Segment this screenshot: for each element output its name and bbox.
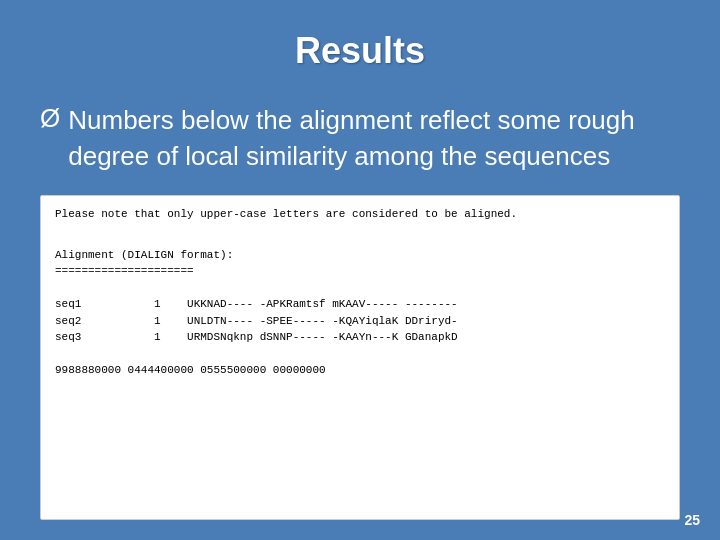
seq2-num: 1 [154, 313, 187, 330]
code-divider: ===================== [55, 263, 665, 280]
seq3-num: 1 [154, 329, 187, 346]
slide: Results Ø Numbers below the alignment re… [0, 0, 720, 540]
seq2-data: UNLDTN---- -SPEE----- -KQAYiqlaK DDriryd… [187, 313, 458, 330]
code-box: Please note that only upper-case letters… [40, 195, 680, 520]
seq-row-1: seq1 1 UKKNAD---- -APKRamtsf mKAAV----- … [55, 296, 665, 313]
bullet-item: Ø Numbers below the alignment reflect so… [40, 102, 680, 175]
numbers-row: 9988880000 0444400000 0555500000 0000000… [55, 362, 665, 379]
alignment-header: Alignment (DIALIGN format): [55, 247, 665, 264]
seq3-data: URMDSNqknp dSNNP----- -KAAYn---K GDanapk… [187, 329, 458, 346]
code-note: Please note that only upper-case letters… [55, 206, 665, 223]
seq1-num: 1 [154, 296, 187, 313]
seq3-label: seq3 [55, 329, 154, 346]
bullet-symbol: Ø [40, 102, 60, 136]
slide-title: Results [295, 30, 425, 72]
seq-row-2: seq2 1 UNLDTN---- -SPEE----- -KQAYiqlaK … [55, 313, 665, 330]
seq2-label: seq2 [55, 313, 154, 330]
seq1-data: UKKNAD---- -APKRamtsf mKAAV----- -------… [187, 296, 458, 313]
seq-row-3: seq3 1 URMDSNqknp dSNNP----- -KAAYn---K … [55, 329, 665, 346]
bullet-section: Ø Numbers below the alignment reflect so… [40, 102, 680, 175]
bullet-text: Numbers below the alignment reflect some… [68, 102, 680, 175]
seq1-label: seq1 [55, 296, 154, 313]
page-number: 25 [684, 512, 700, 528]
